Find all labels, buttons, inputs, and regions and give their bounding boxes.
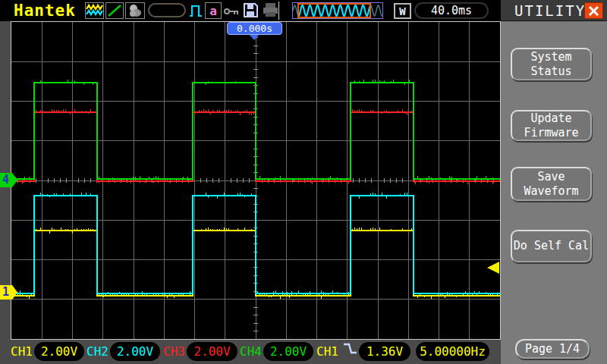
channels-waveform-glyph — [86, 3, 103, 18]
frequency-value: 5.00000Hz — [420, 344, 486, 359]
keylock-glyph — [224, 6, 240, 17]
print-glyph — [262, 2, 280, 18]
ch4-marker-digit: 4 — [2, 173, 9, 187]
slope-glyph — [106, 3, 123, 18]
close-icon — [588, 5, 599, 17]
close-menu-button[interactable] — [584, 2, 603, 19]
waveform-preview[interactable] — [292, 2, 383, 19]
ch3-scale-readout[interactable]: 2.00V — [187, 342, 237, 361]
trigger-position-value: 0.000s — [237, 23, 272, 34]
status-oval — [148, 3, 186, 17]
scope-graticule-and-traces — [11, 22, 500, 339]
toolbar-divider — [278, 2, 279, 20]
menu-title: UTILITY — [514, 2, 586, 19]
slope-icon[interactable] — [105, 2, 124, 19]
ch2-scale-readout[interactable]: 2.00V — [110, 342, 160, 361]
update-firmware-button[interactable]: Update Firmware — [511, 110, 592, 141]
hand-icon[interactable] — [125, 2, 145, 19]
falling-edge-glyph — [343, 342, 358, 356]
page-button[interactable]: Page 1/4 — [515, 339, 590, 359]
save-glyph — [243, 2, 259, 18]
frequency-readout[interactable]: 5.00000Hz — [416, 342, 489, 361]
ch2-label: CH2 — [86, 344, 109, 359]
ch1-scale-value: 2.00V — [41, 344, 77, 359]
ch4-label: CH4 — [240, 344, 262, 359]
hantek-logo: Hantek — [14, 2, 76, 20]
print-icon[interactable] — [262, 2, 280, 18]
window-zoom-icon[interactable]: W — [394, 3, 411, 19]
channels-waveform-icon[interactable] — [85, 2, 104, 19]
ch4-scale-readout[interactable]: 2.00V — [263, 342, 313, 361]
trigger-position-tab[interactable]: 0.000s — [227, 22, 282, 35]
pulse-icon[interactable] — [189, 3, 203, 18]
ch2-scale-value: 2.00V — [117, 344, 153, 359]
utility-menu-panel: UTILITY System Status Update Firmware Sa… — [501, 0, 607, 364]
system-status-button[interactable]: System Status — [511, 48, 592, 80]
ch1-marker-digit: 1 — [2, 285, 9, 299]
channel-status-bar: CH1 2.00V CH2 2.00V CH3 2.00V CH4 2.00V … — [0, 340, 501, 364]
trigger-level-value: 1.36V — [366, 344, 403, 359]
ch3-label: CH3 — [163, 344, 185, 359]
ch1-label: CH1 — [11, 344, 33, 359]
trigger-source-label: CH1 — [316, 344, 338, 359]
top-toolbar: Hantek a — [0, 0, 501, 21]
timebase-value: 40.0ms — [431, 4, 472, 17]
keylock-icon[interactable] — [224, 5, 240, 16]
window-zoom-label: W — [399, 5, 405, 17]
ch1-scale-readout[interactable]: 2.00V — [34, 342, 84, 361]
ch3-scale-value: 2.00V — [193, 344, 230, 359]
trigger-falling-edge-icon[interactable] — [343, 342, 358, 356]
menu-header: UTILITY — [501, 0, 607, 21]
pulse-glyph — [189, 3, 203, 18]
preview-zoom-window[interactable] — [297, 3, 371, 18]
timebase-readout[interactable]: 40.0ms — [414, 2, 489, 19]
auto-measure-icon[interactable]: a — [205, 2, 222, 19]
hand-glyph — [126, 3, 144, 18]
trigger-level-readout[interactable]: 1.36V — [359, 342, 410, 361]
auto-measure-label: a — [209, 4, 217, 18]
do-self-cal-button[interactable]: Do Self Cal — [511, 230, 592, 262]
waveform-display — [11, 21, 501, 340]
save-icon[interactable] — [243, 2, 259, 18]
ch4-scale-value: 2.00V — [270, 344, 307, 359]
trigger-position-pointer-icon — [250, 35, 259, 40]
save-waveform-button[interactable]: Save Waveform — [511, 167, 592, 201]
